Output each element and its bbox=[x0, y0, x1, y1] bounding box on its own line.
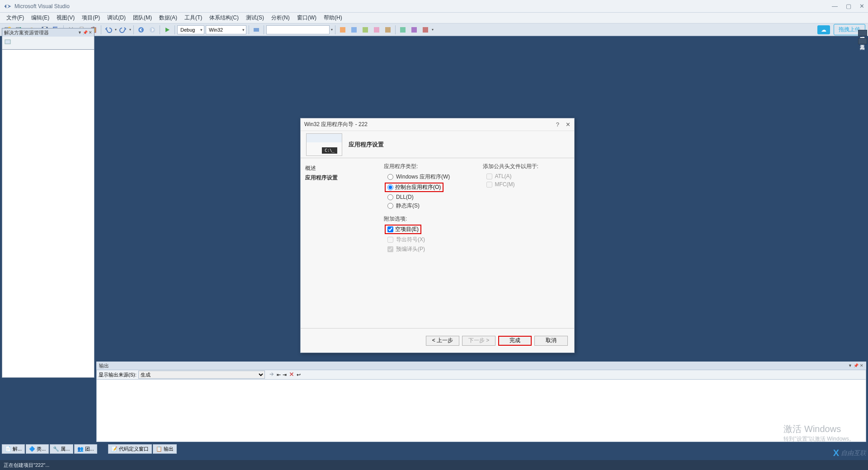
output-prev-icon[interactable]: ⇤ bbox=[277, 372, 281, 378]
output-next-icon[interactable]: ⇥ bbox=[283, 372, 287, 378]
radio-static-lib[interactable]: 静态库(S) bbox=[384, 201, 469, 211]
menu-window[interactable]: 窗口(W) bbox=[293, 13, 320, 23]
dialog-help-icon[interactable]: ? bbox=[556, 121, 559, 128]
menu-project[interactable]: 项目(P) bbox=[78, 13, 104, 23]
svg-rect-21 bbox=[400, 27, 406, 33]
toolbar: ▾ ▾ ▾ Debug Win32 ▾ ▾ ☁ 拖拽上传 bbox=[0, 24, 868, 36]
status-message: 正在创建项目"222"... bbox=[4, 462, 49, 469]
menu-test[interactable]: 测试(S) bbox=[242, 13, 268, 23]
output-clear-icon[interactable] bbox=[288, 371, 295, 378]
cancel-button[interactable]: 取消 bbox=[534, 336, 568, 346]
panel-close-icon[interactable]: ✕ bbox=[89, 30, 92, 35]
radio-console-app[interactable]: 控制台应用程序(O) bbox=[385, 183, 443, 192]
menu-view[interactable]: 视图(V) bbox=[53, 13, 78, 23]
nav-settings[interactable]: 应用程序设置 bbox=[305, 173, 373, 183]
panel-pin-icon[interactable]: 📌 bbox=[83, 30, 88, 35]
tb-icon-4[interactable] bbox=[372, 25, 382, 35]
tb-icon-1[interactable] bbox=[338, 25, 348, 35]
output-source-label: 显示输出来源(S): bbox=[99, 371, 137, 378]
tb-icon-2[interactable] bbox=[349, 25, 359, 35]
radio-windows-app[interactable]: Windows 应用程序(W) bbox=[384, 172, 469, 182]
bottom-tabs: 📄解... 🔷类... 🔧属... 👥团... 📝代码定义窗口 📋输出 bbox=[2, 444, 177, 454]
output-pin-icon[interactable]: 📌 bbox=[854, 363, 859, 368]
vs-logo-icon bbox=[4, 3, 12, 9]
tab-properties[interactable]: 🔧属... bbox=[50, 444, 73, 454]
solution-home-icon[interactable] bbox=[4, 38, 11, 47]
svg-point-14 bbox=[150, 27, 155, 33]
tb-icon-3[interactable] bbox=[360, 25, 370, 35]
output-close-icon[interactable]: ✕ bbox=[860, 363, 863, 368]
output-goto-icon[interactable] bbox=[269, 371, 275, 378]
panel-dropdown-icon[interactable]: ▼ bbox=[78, 30, 82, 35]
checkbox-precompiled-header: 预编译头(P) bbox=[384, 244, 469, 254]
tab-class[interactable]: 🔷类... bbox=[26, 444, 49, 454]
undo-icon[interactable] bbox=[104, 25, 113, 35]
tab-team[interactable]: 👥团... bbox=[74, 444, 97, 454]
menu-architecture[interactable]: 体系结构(C) bbox=[206, 13, 242, 23]
nav-back-icon[interactable] bbox=[136, 25, 146, 35]
svg-rect-19 bbox=[374, 27, 379, 33]
config-dropdown[interactable]: Debug bbox=[177, 25, 204, 34]
svg-rect-18 bbox=[363, 27, 368, 33]
menu-team[interactable]: 团队(M) bbox=[129, 13, 156, 23]
cloud-button[interactable]: ☁ bbox=[817, 25, 830, 34]
maximize-icon[interactable]: ▢ bbox=[846, 3, 851, 9]
checkbox-empty-project[interactable]: 空项目(E) bbox=[385, 225, 421, 234]
menubar: 文件(F) 编辑(E) 视图(V) 项目(P) 调试(D) 团队(M) 数据(A… bbox=[0, 13, 868, 24]
checkbox-export-symbols: 导出符号(X) bbox=[384, 235, 469, 244]
output-panel: 输出 ▼ 📌 ✕ 显示输出来源(S): 生成 ⇤ ⇥ ↩ bbox=[96, 362, 866, 443]
tab-toolbox[interactable]: 工具箱 bbox=[858, 38, 867, 44]
wizard-header-icon bbox=[306, 133, 342, 156]
output-dropdown-icon[interactable]: ▼ bbox=[848, 363, 852, 368]
menu-debug[interactable]: 调试(D) bbox=[104, 13, 129, 23]
checkbox-atl: ATL(A) bbox=[483, 172, 568, 180]
props-icon: 🔧 bbox=[53, 446, 59, 452]
extra-options-label: 附加选项: bbox=[384, 215, 469, 223]
dialog-header-title: 应用程序设置 bbox=[349, 141, 384, 149]
platform-dropdown[interactable]: Win32 bbox=[206, 25, 246, 34]
extensions-icon[interactable] bbox=[251, 25, 261, 35]
dialog-close-icon[interactable]: ✕ bbox=[566, 121, 571, 128]
menu-analyze[interactable]: 分析(N) bbox=[268, 13, 293, 23]
svg-point-13 bbox=[138, 27, 144, 33]
cloud-icon: ☁ bbox=[821, 27, 826, 33]
tb-icon-7[interactable] bbox=[409, 25, 419, 35]
close-icon[interactable]: ✕ bbox=[859, 3, 864, 9]
minimize-icon[interactable]: — bbox=[832, 3, 838, 9]
tab-server-explorer[interactable]: 服务器资源管理器 bbox=[858, 30, 867, 36]
svg-rect-15 bbox=[254, 28, 259, 32]
nav-overview[interactable]: 概述 bbox=[305, 164, 373, 173]
menu-data[interactable]: 数据(A) bbox=[156, 13, 181, 23]
next-button: 下一步 > bbox=[462, 336, 495, 346]
solution-explorer-body[interactable] bbox=[2, 50, 94, 378]
menu-tools[interactable]: 工具(T) bbox=[181, 13, 206, 23]
tb-icon-6[interactable] bbox=[398, 25, 408, 35]
svg-rect-17 bbox=[351, 27, 357, 33]
tab-code-def[interactable]: 📝代码定义窗口 bbox=[108, 444, 152, 454]
prev-button[interactable]: < 上一步 bbox=[426, 336, 459, 346]
finish-button[interactable]: 完成 bbox=[498, 336, 532, 346]
menu-edit[interactable]: 编辑(E) bbox=[28, 13, 53, 23]
class-icon: 🔷 bbox=[29, 446, 35, 452]
output-source-select[interactable]: 生成 bbox=[138, 371, 265, 379]
output-body[interactable] bbox=[96, 380, 866, 442]
team-icon: 👥 bbox=[77, 446, 84, 452]
menu-help[interactable]: 帮助(H) bbox=[320, 13, 346, 23]
start-debug-icon[interactable] bbox=[162, 25, 172, 35]
svg-rect-22 bbox=[411, 27, 417, 33]
tab-output[interactable]: 📋输出 bbox=[153, 444, 177, 454]
output-title: 输出 bbox=[99, 362, 848, 369]
menu-file[interactable]: 文件(F) bbox=[3, 13, 28, 23]
nav-forward-icon[interactable] bbox=[147, 25, 157, 35]
titlebar: Microsoft Visual Studio — ▢ ✕ bbox=[0, 0, 868, 13]
tab-solution[interactable]: 📄解... bbox=[2, 444, 25, 454]
dialog-title: Win32 应用程序向导 - 222 bbox=[304, 121, 556, 128]
output-wrap-icon[interactable]: ↩ bbox=[297, 372, 301, 378]
app-title: Microsoft Visual Studio bbox=[14, 3, 70, 9]
tb-icon-5[interactable] bbox=[383, 25, 393, 35]
svg-rect-20 bbox=[385, 27, 391, 33]
redo-icon[interactable] bbox=[118, 25, 128, 35]
find-input[interactable] bbox=[266, 25, 330, 34]
tb-icon-8[interactable] bbox=[420, 25, 430, 35]
radio-dll[interactable]: DLL(D) bbox=[384, 193, 469, 201]
